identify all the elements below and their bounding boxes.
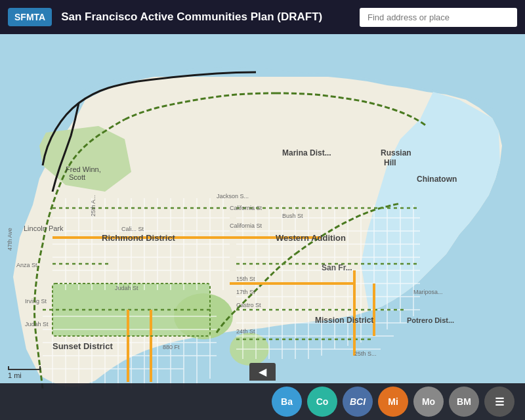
svg-text:Western Addition: Western Addition <box>276 233 346 243</box>
svg-text:Castro St: Castro St <box>236 302 261 308</box>
svg-text:Judah St: Judah St <box>115 285 138 291</box>
scale-label: 1 mi <box>8 371 22 379</box>
svg-text:Marina Dist...: Marina Dist... <box>282 148 331 158</box>
svg-text:25th S...: 25th S... <box>354 350 377 357</box>
svg-text:Mission District: Mission District <box>315 316 373 325</box>
svg-text:Judah St: Judah St <box>25 321 49 327</box>
svg-text:25th A...: 25th A... <box>90 195 96 217</box>
svg-text:Jackson S...: Jackson S... <box>217 193 249 200</box>
svg-text:Cali... St: Cali... St <box>121 226 144 232</box>
svg-text:880 Ft: 880 Ft <box>163 344 180 350</box>
layer-mi-button[interactable]: Mi <box>378 387 408 417</box>
bottom-toolbar: ◀ Ba Co BCI Mi Mo BM ☰ <box>0 383 525 420</box>
svg-text:Chinatown: Chinatown <box>417 175 457 184</box>
layer-bm-button[interactable]: BM <box>449 387 479 417</box>
svg-text:Scott: Scott <box>69 173 85 181</box>
scale-bar <box>8 366 41 370</box>
page-title: San Francisco Active Communities Plan (D… <box>61 10 360 24</box>
svg-text:Potrero Dist...: Potrero Dist... <box>407 316 454 324</box>
layer-ba-button[interactable]: Ba <box>272 387 302 417</box>
map-svg[interactable]: Richmond District Sunset District Wester… <box>0 34 525 420</box>
svg-text:Hill: Hill <box>384 158 396 167</box>
svg-text:Richmond District: Richmond District <box>102 233 176 243</box>
svg-text:San Fr...: San Fr... <box>322 263 352 272</box>
svg-text:Anza St: Anza St <box>16 262 37 268</box>
back-arrow-button[interactable]: ◀ <box>249 363 276 381</box>
search-input[interactable] <box>360 8 517 27</box>
svg-text:17th St: 17th St <box>236 289 255 295</box>
svg-text:Bush St: Bush St <box>282 213 303 219</box>
layer-bci-button[interactable]: BCI <box>343 387 373 417</box>
svg-text:Russian: Russian <box>381 148 411 158</box>
svg-text:Irving St: Irving St <box>25 298 47 304</box>
layer-mo-button[interactable]: Mo <box>413 387 444 417</box>
svg-text:California St: California St <box>230 205 262 211</box>
svg-text:Mariposa...: Mariposa... <box>413 289 443 295</box>
map-container[interactable]: Richmond District Sunset District Wester… <box>0 34 525 420</box>
svg-text:Sunset District: Sunset District <box>52 341 113 351</box>
svg-text:Lincoln Park: Lincoln Park <box>24 224 64 232</box>
svg-text:Fred Winn,: Fred Winn, <box>66 165 101 173</box>
layer-co-button[interactable]: Co <box>307 387 337 417</box>
svg-text:California St: California St <box>230 222 262 229</box>
svg-text:24th St: 24th St <box>236 328 255 335</box>
scale-indicator: 1 mi <box>8 366 41 379</box>
app: SFMTA San Francisco Active Communities P… <box>0 0 525 420</box>
header: SFMTA San Francisco Active Communities P… <box>0 0 525 34</box>
layers-menu-button[interactable]: ☰ <box>484 387 514 417</box>
svg-text:15th St: 15th St <box>236 276 255 282</box>
sfmta-logo: SFMTA <box>8 8 52 26</box>
svg-text:47th Ave: 47th Ave <box>7 228 13 251</box>
